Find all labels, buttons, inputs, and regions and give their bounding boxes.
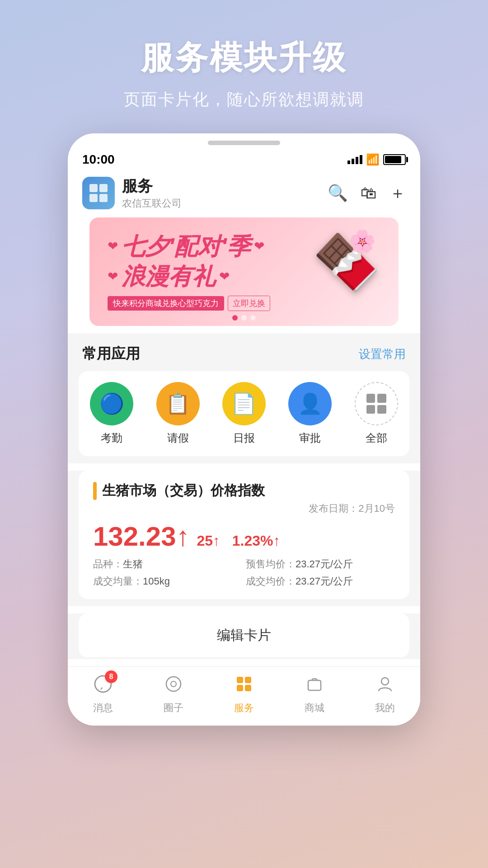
nav-messages[interactable]: 8 消息 — [68, 674, 138, 715]
banner-dots — [232, 315, 256, 321]
all-icon — [355, 382, 398, 425]
add-icon[interactable]: ＋ — [389, 182, 406, 204]
banner-cta[interactable]: 立即兑换 — [228, 296, 270, 311]
svg-rect-8 — [308, 680, 321, 690]
svg-point-3 — [171, 681, 176, 687]
banner-dot-1 — [232, 315, 238, 321]
grid-icon — [366, 394, 386, 414]
messages-badge: 8 — [105, 670, 117, 683]
app-logo-area: 服务 农信互联公司 — [82, 176, 182, 210]
nav-shop[interactable]: 商城 — [279, 674, 350, 715]
bottom-nav: 8 消息 圈子 服务 — [68, 666, 420, 726]
status-time: 10:00 — [82, 152, 115, 167]
status-icons: 📶 — [347, 153, 406, 166]
svg-rect-4 — [237, 677, 243, 683]
market-card: 生猪市场（交易）价格指数 发布日期：2月10号 132.23↑ 25↑ 1.23… — [79, 471, 409, 599]
nav-shop-label: 商城 — [305, 701, 324, 715]
market-field-avgprice: 成交均价：23.27元/公斤 — [246, 575, 395, 588]
approval-label: 审批 — [299, 431, 321, 445]
phone-notch — [208, 141, 280, 145]
nav-profile-label: 我的 — [375, 701, 395, 715]
status-bar: 10:00 📶 — [68, 149, 420, 170]
svg-rect-6 — [237, 685, 243, 691]
messages-icon: 8 — [93, 674, 113, 698]
nav-services[interactable]: 服务 — [209, 674, 279, 715]
app-header: 服务 农信互联公司 🔍 🛍 ＋ — [68, 170, 420, 217]
approval-icon: 👤 — [288, 382, 332, 425]
banner-dot-2 — [241, 315, 247, 321]
price-pct: 1.23%↑ — [232, 533, 281, 549]
services-icon — [234, 674, 254, 698]
community-icon — [164, 674, 183, 698]
nav-messages-label: 消息 — [93, 701, 113, 715]
apps-grid: 🔵 考勤 📋 请假 📄 日报 👤 — [79, 371, 409, 456]
market-main-price: 132.23↑ 25↑ 1.23%↑ — [93, 521, 395, 552]
bag-icon[interactable]: 🛍 — [361, 184, 377, 203]
attendance-icon: 🔵 — [90, 382, 133, 425]
banner[interactable]: ❤ 七夕'配对'季 ❤ ❤ 浪漫有礼 ❤ 快来积分商城兑换心型巧克力 立即兑换 … — [89, 217, 399, 326]
banner-text: ❤ 七夕'配对'季 ❤ ❤ 浪漫有礼 ❤ 快来积分商城兑换心型巧克力 立即兑换 — [108, 232, 281, 311]
edit-card-button[interactable]: 编辑卡片 — [79, 613, 409, 657]
market-field-breed: 品种：生猪 — [93, 557, 242, 571]
nav-services-label: 服务 — [234, 701, 254, 715]
market-date: 发布日期：2月10号 — [93, 502, 395, 515]
price-change: 25↑ 1.23%↑ — [197, 533, 281, 549]
app-logo-grid — [89, 184, 108, 202]
svg-point-2 — [166, 677, 181, 691]
app-item-leave[interactable]: 📋 请假 — [145, 382, 211, 445]
app-item-all[interactable]: 全部 — [343, 382, 409, 445]
profile-icon — [375, 674, 395, 698]
price-change-val: 25↑ — [197, 533, 221, 549]
app-logo — [82, 177, 115, 209]
daily-icon: 📄 — [222, 382, 266, 425]
market-field-volume: 成交均量：105kg — [93, 575, 242, 588]
promo-subtitle: 页面卡片化，随心所欲想调就调 — [124, 89, 364, 111]
app-name-area: 服务 农信互联公司 — [122, 176, 182, 210]
app-item-daily[interactable]: 📄 日报 — [211, 382, 277, 445]
svg-rect-7 — [245, 685, 251, 691]
app-item-attendance[interactable]: 🔵 考勤 — [79, 382, 145, 445]
banner-tag: 快来积分商城兑换心型巧克力 — [108, 296, 224, 311]
battery-icon — [383, 154, 406, 165]
search-icon[interactable]: 🔍 — [328, 184, 348, 203]
svg-point-9 — [381, 678, 389, 685]
app-item-approval[interactable]: 👤 审批 — [277, 382, 343, 445]
app-company: 农信互联公司 — [122, 197, 182, 210]
promo-title: 服务模块升级 — [141, 36, 347, 80]
market-details: 品种：生猪 预售均价：23.27元/公斤 成交均量：105kg 成交均价：23.… — [93, 557, 395, 588]
banner-sub: 快来积分商城兑换心型巧克力 立即兑换 — [108, 296, 281, 311]
phone-notch-area — [68, 133, 420, 149]
banner-line2: 浪漫有礼 — [122, 262, 216, 290]
common-apps-title: 常用应用 — [82, 344, 140, 364]
shop-icon — [305, 674, 324, 698]
price-main: 132.23↑ — [93, 521, 190, 552]
leave-icon: 📋 — [156, 382, 200, 425]
svg-rect-5 — [245, 677, 251, 683]
price-value: 132.23 — [93, 521, 176, 552]
signal-icon — [347, 155, 362, 164]
app-name: 服务 — [122, 176, 182, 197]
title-bar — [93, 482, 97, 500]
market-title-row: 生猪市场（交易）价格指数 — [93, 481, 395, 500]
banner-dot-3 — [250, 315, 256, 321]
attendance-label: 考勤 — [101, 431, 122, 445]
daily-label: 日报 — [233, 431, 255, 445]
nav-community[interactable]: 圈子 — [138, 674, 209, 715]
nav-community-label: 圈子 — [164, 701, 183, 715]
nav-profile[interactable]: 我的 — [350, 674, 420, 715]
banner-line1: 七夕'配对'季 — [122, 232, 250, 260]
market-title: 生猪市场（交易）价格指数 — [102, 481, 265, 500]
phone-mockup: 10:00 📶 — [68, 133, 420, 726]
promo-section: 服务模块升级 页面卡片化，随心所欲想调就调 — [0, 0, 488, 133]
header-actions: 🔍 🛍 ＋ — [328, 182, 406, 204]
all-label: 全部 — [366, 431, 387, 445]
wifi-icon: 📶 — [366, 153, 380, 166]
set-common-action[interactable]: 设置常用 — [359, 346, 406, 362]
banner-image: 🍫 🌸 — [281, 226, 380, 317]
leave-label: 请假 — [167, 431, 189, 445]
common-apps-header: 常用应用 设置常用 — [68, 333, 420, 371]
market-field-presale: 预售均价：23.27元/公斤 — [246, 557, 395, 571]
price-up-arrow: ↑ — [176, 521, 190, 552]
